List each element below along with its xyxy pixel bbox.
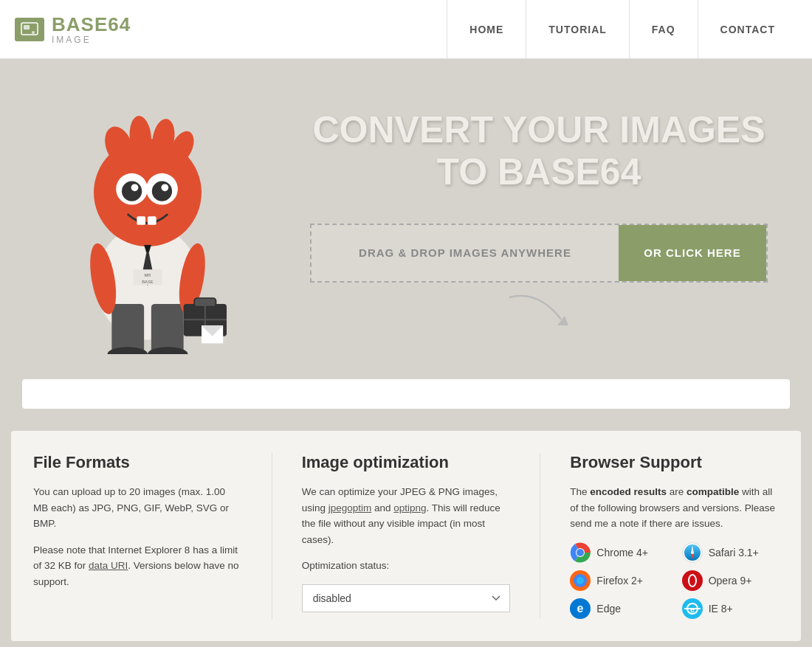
svg-point-16 — [152, 181, 172, 201]
file-formats-col: File Formats You can upload up to 20 ima… — [33, 453, 242, 619]
hero-content: CONVERT YOUR IMAGES TO BASE64 DRAG & DRO… — [281, 109, 768, 337]
file-formats-para2: Please note that Internet Explorer 8 has… — [33, 542, 242, 590]
svg-rect-4 — [111, 304, 144, 354]
svg-rect-19 — [137, 216, 145, 225]
opera-label: Opera 9+ — [709, 575, 752, 587]
browser-support-title: Browser Support — [570, 453, 779, 472]
browser-support-col: Browser Support The encoded results are … — [540, 453, 779, 619]
browser-safari: Safari 3.1+ — [682, 542, 779, 563]
progress-bar — [22, 379, 790, 409]
edge-icon: e — [570, 598, 591, 619]
logo-text: BASE64 IMAGE — [52, 15, 131, 44]
ie-label: IE 8+ — [709, 603, 733, 615]
drop-zone[interactable]: DRAG & DROP IMAGES ANYWHERE OR CLICK HER… — [310, 224, 768, 283]
data-uri-link[interactable]: data URI — [89, 560, 128, 571]
browser-firefox: Firefox 2+ — [570, 570, 667, 591]
optimization-select[interactable]: disabled enabled — [302, 584, 511, 612]
browser-support-desc: The encoded results are compatible with … — [570, 484, 779, 532]
svg-point-49 — [689, 575, 695, 586]
svg-point-2 — [32, 31, 35, 34]
firefox-label: Firefox 2+ — [596, 575, 643, 587]
jpegoptim-link[interactable]: jpegoptim — [328, 502, 372, 513]
image-opt-para: We can optimize your JPEG & PNG images, … — [302, 484, 511, 547]
browser-chrome: Chrome 4+ — [570, 542, 667, 563]
info-section: File Formats You can upload up to 20 ima… — [11, 431, 801, 641]
nav-faq[interactable]: FAQ — [629, 0, 698, 58]
main-nav: HOME TUTORIAL FAQ CONTACT — [447, 0, 797, 58]
mascot: MR BASE — [44, 89, 281, 357]
hero-section: MR BASE CONVERT YOUR IMAGES TO BASE64 DR… — [0, 59, 812, 379]
svg-text:BASE: BASE — [142, 280, 154, 284]
image-opt-title: Image optimization — [302, 453, 511, 472]
browser-opera: Opera 9+ — [682, 570, 779, 591]
svg-rect-20 — [148, 216, 156, 225]
click-here-button[interactable]: OR CLICK HERE — [619, 225, 766, 281]
svg-text:e: e — [690, 605, 695, 614]
svg-point-18 — [161, 184, 168, 191]
nav-home[interactable]: HOME — [447, 0, 526, 58]
edge-label: Edge — [596, 603, 621, 615]
logo: BASE64 IMAGE — [15, 15, 131, 44]
svg-text:MR: MR — [144, 273, 151, 277]
opt-label: Optimization status: — [302, 558, 511, 574]
svg-rect-1 — [24, 25, 30, 30]
optipng-link[interactable]: optipng — [393, 502, 426, 513]
ie-icon: e — [682, 598, 703, 619]
logo-subtitle: IMAGE — [52, 35, 131, 44]
svg-point-37 — [577, 549, 584, 556]
chrome-icon — [570, 542, 591, 563]
svg-point-46 — [577, 577, 584, 584]
arrow-area — [310, 290, 768, 337]
header: BASE64 IMAGE HOME TUTORIAL FAQ CONTACT — [0, 0, 812, 59]
hero-title: CONVERT YOUR IMAGES TO BASE64 — [310, 109, 768, 194]
browser-ie: e IE 8+ — [682, 598, 779, 619]
svg-point-17 — [131, 184, 139, 191]
drop-label: DRAG & DROP IMAGES ANYWHERE — [312, 225, 619, 281]
nav-tutorial[interactable]: TUTORIAL — [526, 0, 629, 58]
opera-icon — [682, 570, 703, 591]
nav-contact[interactable]: CONTACT — [698, 0, 797, 58]
image-optimization-col: Image optimization We can optimize your … — [272, 453, 511, 619]
logo-icon — [15, 18, 44, 41]
firefox-icon — [570, 570, 591, 591]
svg-point-15 — [122, 181, 142, 201]
safari-icon — [682, 542, 703, 563]
svg-point-43 — [691, 551, 694, 554]
file-formats-title: File Formats — [33, 453, 242, 472]
browser-grid: Chrome 4+ — [570, 542, 779, 619]
svg-rect-5 — [151, 304, 184, 354]
chrome-label: Chrome 4+ — [596, 547, 648, 558]
file-formats-para1: You can upload up to 20 images (max. 1.0… — [33, 484, 242, 532]
progress-area — [0, 379, 812, 423]
svg-text:e: e — [577, 602, 584, 615]
logo-title: BASE64 — [52, 15, 131, 34]
browser-edge: e Edge — [570, 598, 667, 619]
safari-label: Safari 3.1+ — [709, 547, 759, 558]
